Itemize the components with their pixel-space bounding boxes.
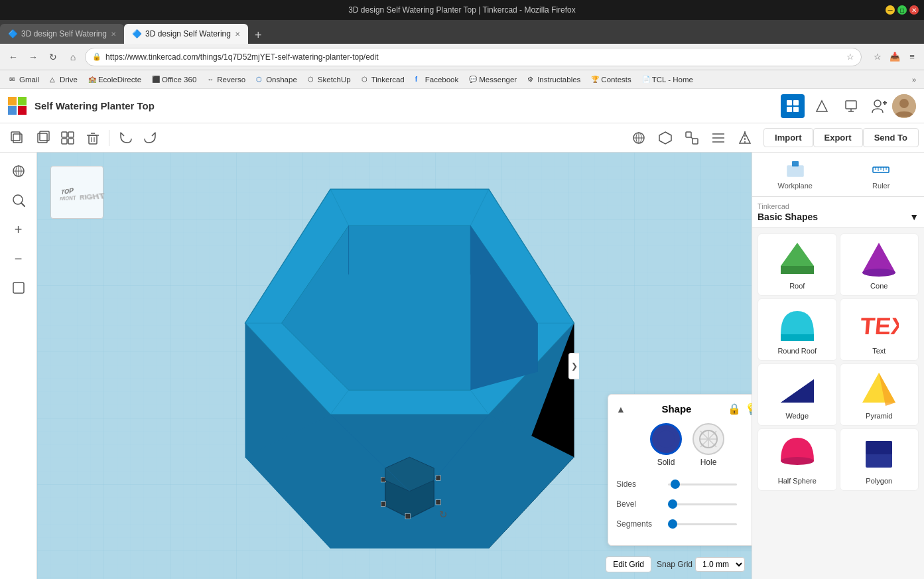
user-avatar[interactable] [892,94,916,118]
bookmark-reverso[interactable]: ↔ Reverso [203,74,249,85]
half-sphere-shape-icon [777,434,817,474]
group-button[interactable] [56,126,80,150]
tab-2[interactable]: 🔷 3D design Self Watering ✕ [124,24,248,44]
export-button[interactable]: Export [813,128,863,147]
shape-item-text[interactable]: TEXT Text [840,298,919,361]
redo-button[interactable] [139,126,163,150]
forward-button[interactable]: → [25,49,41,65]
bookmark-ecoledirecte[interactable]: 🏫 EcoleDirecte [84,74,145,85]
minimize-button[interactable]: ─ [886,5,895,15]
menu-icon[interactable]: ≡ [905,50,919,64]
bookmark-facebook[interactable]: f Facebook [411,74,463,85]
bookmark-instructables[interactable]: ⚙ Instructables [523,74,584,85]
shape-item-polygon[interactable]: Polygon [840,428,919,491]
hole-label: Hole [700,458,717,467]
undo-sidebar-button[interactable] [5,275,32,301]
shape-item-round-roof[interactable]: Round Roof [758,298,837,361]
copy-button[interactable] [5,126,29,150]
ecoledirecte-favicon: 🏫 [88,76,96,84]
tcl-favicon: 📄 [642,76,650,84]
lock-props-icon[interactable]: 🔒 [728,403,741,415]
snap-grid-select[interactable]: 1.0 mm 0.5 mm 0.1 mm 2.0 mm 5.0 mm [695,557,745,572]
fit-view-button[interactable] [680,126,704,150]
undo-button[interactable] [113,126,137,150]
new-tab-button[interactable]: + [248,29,269,42]
bookmark-contests-label: Contests [601,76,631,84]
zoom-in-button[interactable]: + [5,216,32,243]
round-roof-icon-wrap [777,304,817,344]
grid-view-button[interactable] [781,94,805,118]
tab-1[interactable]: 🔷 3D design Self Watering ✕ [0,24,124,44]
bookmark-tinkercad[interactable]: ⬡ Tinkercad [358,74,409,85]
logo-cell-i [18,97,27,105]
import-button[interactable]: Import [763,128,813,147]
bookmark-office360[interactable]: ⬛ Office 360 [148,74,200,85]
shape-view-button[interactable] [810,94,834,118]
bookmark-contests[interactable]: 🏆 Contests [587,74,635,85]
shape-item-wedge[interactable]: Wedge [758,363,837,426]
shape-panel-collapse[interactable]: ▲ [616,404,626,415]
solid-label: Solid [657,458,675,467]
bookmark-gmail[interactable]: ✉ Gmail [5,74,43,85]
bookmark-star-icon[interactable]: ☆ [846,52,854,62]
segments-slider[interactable] [668,523,737,525]
add-user-button[interactable] [868,96,890,117]
zoom-select-button[interactable] [5,187,32,214]
duplicate-button[interactable] [31,126,54,150]
home-3d-button[interactable] [627,126,651,150]
left-sidebar: + − [0,153,37,579]
edit-grid-button[interactable]: Edit Grid [606,556,651,572]
zoom-out-button[interactable]: − [5,245,32,272]
maximize-button[interactable]: □ [897,5,907,15]
send-to-button[interactable]: Send To [863,128,919,147]
tab-1-close[interactable]: ✕ [111,31,116,38]
svg-line-44 [21,203,25,206]
mirror-button[interactable] [733,126,757,150]
svg-point-12 [899,99,909,108]
present-button[interactable] [839,94,863,118]
bookmark-drive[interactable]: △ Drive [46,74,82,85]
reverso-favicon: ↔ [207,76,215,84]
tab-2-close[interactable]: ✕ [235,31,240,38]
pocket-icon[interactable]: 📥 [888,50,901,64]
bookmark-tcl[interactable]: 📄 TCL - Home [638,74,697,85]
tab-2-favicon: 🔷 [132,29,141,38]
bookmark-onshape[interactable]: ⬡ Onshape [252,74,301,85]
shape-item-half-sphere[interactable]: Half Sphere [758,428,837,491]
close-button[interactable]: ✕ [909,5,919,15]
shape-item-pyramid[interactable]: Pyramid [840,363,919,426]
bookmark-sketchup[interactable]: ⬡ SketchUp [304,74,355,85]
extensions-icon[interactable]: ☆ [871,50,884,64]
segments-row: Segments 1 [616,517,752,531]
back-button[interactable]: ← [5,49,21,65]
light-props-icon[interactable]: 💡 [745,403,752,415]
delete-button[interactable] [81,126,105,150]
workplane-button[interactable]: Workplane [752,153,838,196]
tab-1-favicon: 🔷 [8,29,17,38]
svg-rect-13 [13,134,22,143]
home-button[interactable]: ⌂ [65,49,81,65]
ruler-button[interactable]: Ruler [838,153,925,196]
viewport[interactable]: ↻ TOP FRONT RIGHT ▲ Shape [37,153,752,579]
sides-slider[interactable] [668,483,737,485]
category-select[interactable]: Basic Shapes ▼ [758,212,919,222]
shape-item-roof[interactable]: Roof [758,233,837,296]
address-input[interactable] [105,52,842,62]
tinkercad-logo [8,97,27,115]
shapes-row-4: Half Sphere Polygon [758,428,919,491]
home-view-button[interactable] [5,158,32,184]
sketchup-favicon: ⬡ [308,76,316,84]
solid-type[interactable]: Solid [650,423,682,467]
refresh-button[interactable]: ↻ [45,49,61,65]
align-button[interactable] [706,126,730,150]
bookmark-messenger[interactable]: 💬 Messenger [465,74,521,85]
panel-collapse-button[interactable]: ❯ [568,353,579,379]
bookmark-instructables-label: Instructables [537,76,580,84]
bookmarks-more[interactable]: » [909,74,919,85]
logo-cell-n [8,106,17,115]
bevel-slider[interactable] [668,503,737,505]
hole-type[interactable]: Hole [693,423,724,467]
shape-item-cone[interactable]: Cone [840,233,919,296]
view-cube-button[interactable] [653,126,677,150]
half-sphere-label: Half Sphere [778,477,817,485]
